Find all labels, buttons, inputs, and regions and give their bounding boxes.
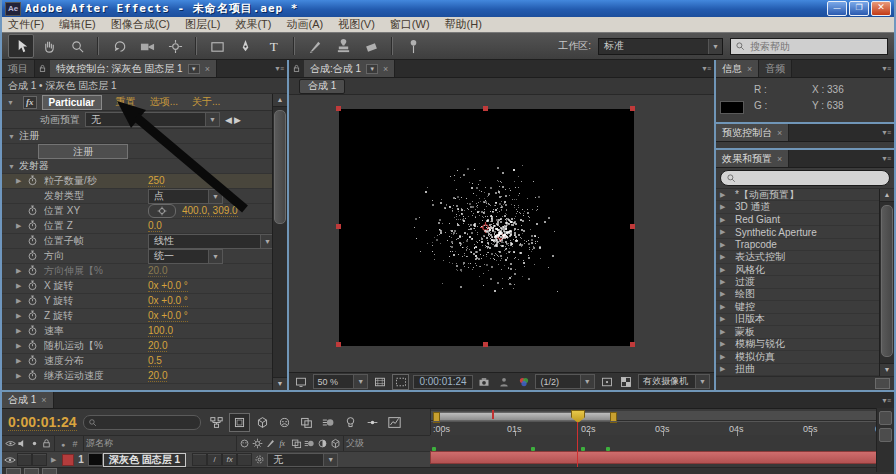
scroll-up-icon[interactable] [880, 189, 894, 202]
panel-lock-icon[interactable] [35, 60, 50, 77]
hide-shy-button[interactable] [275, 414, 294, 431]
expand-layer-switches-icon[interactable] [6, 468, 21, 474]
layer-color-swatch[interactable] [62, 454, 74, 466]
stopwatch-slot[interactable] [27, 325, 44, 338]
work-area-bar[interactable] [433, 412, 617, 421]
help-search-box[interactable] [730, 38, 888, 55]
adjustment-column[interactable] [317, 438, 328, 449]
motion-blur-button[interactable] [319, 414, 338, 431]
brush-tool[interactable] [302, 34, 328, 58]
menu-item-8[interactable]: 帮助(H) [445, 17, 482, 32]
param-value[interactable]: 0x +0.0 ° [148, 310, 188, 322]
fx-badge-icon[interactable]: fx [23, 96, 37, 109]
restore-button[interactable] [849, 1, 869, 16]
twirl-right-icon[interactable] [720, 216, 731, 224]
preset-prev-next-icons[interactable]: ◀▶ [225, 115, 243, 125]
zoom-tool[interactable] [64, 34, 90, 58]
twirl-right-icon[interactable] [720, 266, 731, 274]
draft-3d-button[interactable] [253, 414, 272, 431]
transparency-grid-icon[interactable] [618, 375, 634, 389]
twirl-right-icon[interactable] [16, 282, 27, 290]
selection-handle[interactable] [630, 224, 635, 229]
unified-camera-tool[interactable] [134, 34, 160, 58]
tab-effects-presets[interactable]: 效果和预置 [716, 150, 789, 167]
stopwatch-slot[interactable] [27, 310, 44, 323]
panel-menu-icon[interactable] [270, 60, 287, 77]
shy-cell[interactable] [192, 453, 207, 466]
comp-mini-flowchart-button[interactable] [207, 414, 226, 431]
frame-blend-button[interactable] [297, 414, 316, 431]
stopwatch-slot[interactable] [27, 205, 44, 218]
always-preview-icon[interactable] [293, 375, 309, 389]
type-tool[interactable]: T [260, 34, 286, 58]
layer-row[interactable]: 1 深灰色 固态层 1 无 [2, 451, 430, 467]
param-dropdown[interactable]: 点 [148, 189, 223, 204]
param-value[interactable]: 0x +0.0 ° [148, 280, 188, 292]
current-timecode[interactable]: 0:00:01:24 [8, 414, 77, 431]
twirl-right-icon[interactable] [51, 456, 62, 464]
effects-search-input[interactable] [739, 172, 884, 184]
selection-handle[interactable] [483, 342, 488, 347]
twirl-right-icon[interactable] [16, 177, 27, 185]
layer-duration-bar[interactable] [430, 451, 877, 464]
twirl-right-icon[interactable] [16, 342, 27, 350]
region-of-interest-icon[interactable] [392, 374, 410, 390]
effects-list-item-0[interactable]: *【动画预置】 [716, 189, 879, 201]
stopwatch-slot[interactable] [27, 250, 44, 263]
param-value[interactable]: 0x +0.0 ° [148, 295, 188, 307]
expand-transfer-controls-icon[interactable] [24, 468, 39, 474]
motion-blur-column[interactable] [304, 438, 315, 449]
parent-pickwhip-icon[interactable] [252, 454, 267, 465]
navigator-icon[interactable] [879, 428, 892, 442]
effects-list-item-10[interactable]: 旧版本 [716, 314, 879, 326]
stopwatch-slot[interactable] [27, 220, 44, 233]
effects-list-item-1[interactable]: 3D 通道 [716, 201, 879, 213]
composition-canvas[interactable] [339, 109, 634, 346]
effects-list-item-7[interactable]: 过渡 [716, 276, 879, 288]
twirl-down-icon[interactable] [8, 163, 19, 170]
twirl-right-icon[interactable] [720, 353, 731, 361]
stopwatch-slot[interactable] [27, 340, 44, 353]
selection-handle[interactable] [336, 106, 341, 111]
effects-list-item-8[interactable]: 绘图 [716, 289, 879, 301]
stopwatch-slot[interactable] [27, 370, 44, 383]
tab-close-icon[interactable] [777, 154, 782, 164]
rotation-tool[interactable] [106, 34, 132, 58]
stopwatch-slot[interactable] [27, 295, 44, 308]
twirl-right-icon[interactable] [720, 228, 731, 236]
eye-icon[interactable] [2, 454, 17, 466]
pen-tool[interactable] [232, 34, 258, 58]
twirl-right-icon[interactable] [16, 357, 27, 365]
scroll-down-icon[interactable] [880, 363, 894, 376]
keyframe-dot[interactable] [581, 447, 585, 451]
effects-list-item-12[interactable]: 模糊与锐化 [716, 339, 879, 351]
effects-list-item-9[interactable]: 键控 [716, 301, 879, 313]
minimize-button[interactable] [827, 1, 847, 16]
effect-controls-scrollbar[interactable] [272, 94, 287, 390]
twirl-right-icon[interactable] [720, 241, 731, 249]
speaker-column[interactable] [17, 438, 28, 449]
fx-switch-column[interactable]: fx [278, 438, 289, 449]
menu-item-3[interactable]: 图层(L) [185, 17, 220, 32]
hand-tool[interactable] [36, 34, 62, 58]
twirl-right-icon[interactable] [720, 203, 731, 211]
twirl-right-icon[interactable] [720, 253, 731, 261]
live-update-button[interactable] [229, 413, 250, 432]
effects-list-item-13[interactable]: 模拟仿真 [716, 351, 879, 363]
workspace-select[interactable]: 标准 [598, 38, 723, 55]
menu-item-2[interactable]: 图像合成(C) [111, 17, 170, 32]
number-column-icon[interactable] [69, 439, 81, 449]
auto-keyframe-button[interactable] [363, 414, 382, 431]
twirl-right-icon[interactable] [720, 315, 731, 323]
tab-dropdown-icon[interactable] [366, 64, 378, 74]
twirl-right-icon[interactable] [720, 278, 731, 286]
show-snapshot-icon[interactable] [496, 375, 512, 389]
time-ruler[interactable]: :00s01s02s03s04s05s0 [431, 421, 877, 436]
twirl-right-icon[interactable] [720, 328, 731, 336]
param-value[interactable]: 250 [148, 175, 165, 187]
keyframe-dot[interactable] [432, 447, 436, 451]
shy-column[interactable] [239, 438, 250, 449]
twirl-right-icon[interactable] [720, 290, 731, 298]
scrollbar-thumb[interactable] [879, 411, 892, 425]
graph-editor-button[interactable] [385, 414, 404, 431]
